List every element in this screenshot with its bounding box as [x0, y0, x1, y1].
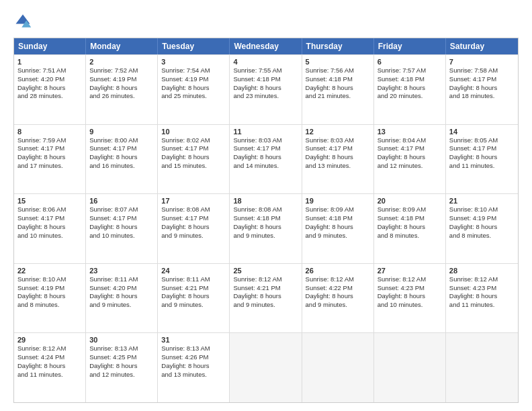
day-number: 21	[449, 197, 515, 205]
cell-line: Sunset: 4:22 PM	[306, 284, 370, 293]
calendar: SundayMondayTuesdayWednesdayThursdayFrid…	[13, 38, 519, 403]
calendar-body: 1Sunrise: 7:51 AMSunset: 4:20 PMDaylight…	[14, 54, 518, 402]
cell-line: and 10 minutes.	[378, 301, 442, 310]
cell-line: Sunrise: 8:02 AM	[161, 136, 226, 145]
day-number: 24	[161, 267, 226, 275]
cell-line: Daylight: 8 hours	[449, 292, 515, 301]
calendar-header-cell: Sunday	[14, 38, 86, 54]
cell-line: and 13 minutes.	[306, 162, 370, 171]
cell-line: Sunrise: 8:03 AM	[233, 136, 298, 145]
cell-line: and 9 minutes.	[306, 301, 370, 310]
calendar-cell: 20Sunrise: 8:09 AMSunset: 4:18 PMDayligh…	[374, 194, 446, 263]
cell-line: Daylight: 8 hours	[233, 84, 298, 93]
calendar-header-cell: Wednesday	[230, 38, 302, 54]
cell-line: and 13 minutes.	[161, 371, 226, 379]
cell-line: Daylight: 8 hours	[161, 153, 226, 162]
cell-line: Daylight: 8 hours	[17, 153, 82, 162]
calendar-cell: 17Sunrise: 8:08 AMSunset: 4:17 PMDayligh…	[158, 194, 230, 263]
cell-line: Sunrise: 8:13 AM	[89, 345, 154, 353]
cell-line: Sunset: 4:19 PM	[17, 284, 82, 293]
calendar-cell: 24Sunrise: 8:11 AMSunset: 4:21 PMDayligh…	[158, 264, 230, 333]
calendar-cell: 11Sunrise: 8:03 AMSunset: 4:17 PMDayligh…	[230, 125, 302, 194]
calendar-cell	[302, 333, 374, 402]
day-number: 30	[89, 336, 154, 344]
cell-line: Daylight: 8 hours	[17, 292, 82, 301]
cell-line: Sunset: 4:17 PM	[17, 214, 82, 223]
cell-line: Sunset: 4:23 PM	[378, 284, 442, 293]
calendar-cell: 19Sunrise: 8:09 AMSunset: 4:18 PMDayligh…	[302, 194, 374, 263]
cell-line: Sunrise: 8:05 AM	[449, 136, 515, 145]
calendar-cell: 1Sunrise: 7:51 AMSunset: 4:20 PMDaylight…	[14, 55, 86, 124]
cell-line: Sunset: 4:17 PM	[161, 144, 226, 153]
calendar-cell: 5Sunrise: 7:56 AMSunset: 4:18 PMDaylight…	[302, 55, 374, 124]
calendar-cell	[446, 333, 518, 402]
calendar-cell: 21Sunrise: 8:10 AMSunset: 4:19 PMDayligh…	[446, 194, 518, 263]
cell-line: Daylight: 8 hours	[17, 362, 82, 371]
calendar-cell: 14Sunrise: 8:05 AMSunset: 4:17 PMDayligh…	[446, 125, 518, 194]
cell-line: and 12 minutes.	[378, 162, 442, 171]
cell-line: Daylight: 8 hours	[306, 84, 370, 93]
cell-line: and 11 minutes.	[449, 301, 515, 310]
cell-line: Sunset: 4:17 PM	[161, 214, 226, 223]
cell-line: Sunrise: 8:12 AM	[233, 275, 298, 284]
cell-line: Sunrise: 7:57 AM	[378, 66, 442, 75]
calendar-cell: 31Sunrise: 8:13 AMSunset: 4:26 PMDayligh…	[158, 333, 230, 402]
cell-line: Daylight: 8 hours	[89, 292, 154, 301]
cell-line: Sunset: 4:17 PM	[449, 75, 515, 84]
day-number: 14	[449, 128, 515, 136]
day-number: 3	[161, 58, 226, 66]
day-number: 19	[306, 197, 370, 205]
day-number: 10	[161, 128, 226, 136]
cell-line: Sunset: 4:17 PM	[233, 144, 298, 153]
cell-line: Daylight: 8 hours	[378, 153, 442, 162]
cell-line: Daylight: 8 hours	[449, 153, 515, 162]
day-number: 8	[17, 128, 82, 136]
cell-line: Sunrise: 8:11 AM	[161, 275, 226, 284]
cell-line: and 17 minutes.	[17, 162, 82, 171]
cell-line: Sunrise: 8:10 AM	[17, 275, 82, 284]
cell-line: Sunset: 4:18 PM	[233, 214, 298, 223]
calendar-cell: 26Sunrise: 8:12 AMSunset: 4:22 PMDayligh…	[302, 264, 374, 333]
cell-line: Sunrise: 7:55 AM	[233, 66, 298, 75]
cell-line: Sunset: 4:20 PM	[89, 284, 154, 293]
cell-line: Daylight: 8 hours	[306, 292, 370, 301]
calendar-cell	[230, 333, 302, 402]
cell-line: and 12 minutes.	[89, 371, 154, 379]
cell-line: Daylight: 8 hours	[306, 153, 370, 162]
cell-line: and 9 minutes.	[161, 301, 226, 310]
calendar-cell: 4Sunrise: 7:55 AMSunset: 4:18 PMDaylight…	[230, 55, 302, 124]
cell-line: and 11 minutes.	[449, 162, 515, 171]
cell-line: Sunrise: 8:07 AM	[89, 205, 154, 214]
cell-line: and 21 minutes.	[306, 92, 370, 101]
cell-line: Daylight: 8 hours	[89, 84, 154, 93]
cell-line: Sunrise: 8:08 AM	[161, 205, 226, 214]
cell-line: and 8 minutes.	[378, 232, 442, 240]
cell-line: Sunset: 4:19 PM	[89, 75, 154, 84]
cell-line: Sunset: 4:23 PM	[449, 284, 515, 293]
day-number: 11	[233, 128, 298, 136]
cell-line: Sunrise: 8:12 AM	[306, 275, 370, 284]
day-number: 12	[306, 128, 370, 136]
day-number: 18	[233, 197, 298, 205]
calendar-header-cell: Monday	[86, 38, 158, 54]
cell-line: Sunset: 4:21 PM	[161, 284, 226, 293]
calendar-header: SundayMondayTuesdayWednesdayThursdayFrid…	[14, 38, 518, 54]
cell-line: Daylight: 8 hours	[17, 223, 82, 232]
cell-line: and 14 minutes.	[233, 162, 298, 171]
cell-line: Sunset: 4:24 PM	[17, 353, 82, 362]
calendar-cell: 22Sunrise: 8:10 AMSunset: 4:19 PMDayligh…	[14, 264, 86, 333]
calendar-row: 1Sunrise: 7:51 AMSunset: 4:20 PMDaylight…	[14, 54, 518, 124]
day-number: 7	[449, 58, 515, 66]
day-number: 17	[161, 197, 226, 205]
cell-line: and 23 minutes.	[233, 92, 298, 101]
cell-line: Sunset: 4:17 PM	[306, 144, 370, 153]
cell-line: Daylight: 8 hours	[306, 223, 370, 232]
cell-line: Daylight: 8 hours	[89, 223, 154, 232]
cell-line: Daylight: 8 hours	[161, 223, 226, 232]
day-number: 29	[17, 336, 82, 344]
page: SundayMondayTuesdayWednesdayThursdayFrid…	[0, 0, 532, 411]
cell-line: Sunset: 4:25 PM	[89, 353, 154, 362]
day-number: 1	[17, 58, 82, 66]
day-number: 2	[89, 58, 154, 66]
cell-line: Daylight: 8 hours	[378, 223, 442, 232]
